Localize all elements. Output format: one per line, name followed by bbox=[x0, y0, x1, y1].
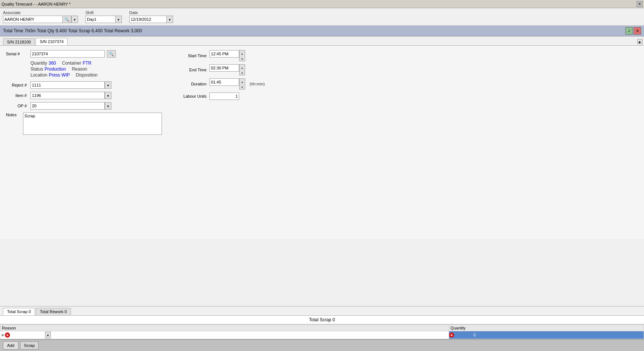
reject-input[interactable] bbox=[30, 81, 105, 89]
total-scrap-text: Total Scrap 0 bbox=[309, 317, 335, 322]
title-bar: Quality Timecard - - AARON HENRY * ✕ bbox=[0, 0, 644, 8]
reject-label: Reject # bbox=[6, 83, 28, 87]
reason-info: Reason bbox=[72, 66, 88, 72]
summary-text: Total Time 7h0m Total Qty 9,400 Total Sc… bbox=[3, 28, 142, 33]
shift-dropdown-button[interactable] bbox=[115, 16, 122, 23]
reason-cell: ✱ ● bbox=[0, 331, 449, 339]
form-right: Start Time End Time bbox=[177, 50, 288, 138]
shift-input[interactable] bbox=[85, 16, 115, 23]
quantity-cell: ● bbox=[449, 331, 644, 339]
notes-row: Notes bbox=[6, 113, 162, 135]
serial-row: Serial # 🔍 bbox=[6, 50, 162, 58]
title-bar-text: Quality Timecard - - AARON HENRY * bbox=[1, 2, 71, 6]
scrap-table-container: Reason Quantity ✱ ● bbox=[0, 324, 644, 339]
labour-label: Labour Units bbox=[177, 94, 206, 98]
start-time-input[interactable] bbox=[209, 50, 239, 58]
duration-spin[interactable] bbox=[239, 78, 245, 90]
qty-remove-button[interactable]: ● bbox=[449, 332, 454, 338]
shift-label: Shift bbox=[85, 10, 122, 15]
location-value: Press WIP bbox=[49, 72, 70, 78]
reason-inputs: ✱ ● bbox=[1, 332, 448, 338]
start-time-row: Start Time bbox=[177, 50, 288, 61]
end-time-input[interactable] bbox=[209, 64, 239, 72]
quantity-value: 360 bbox=[49, 61, 56, 66]
date-dropdown-button[interactable] bbox=[166, 16, 173, 23]
scrap-button[interactable]: Scrap bbox=[20, 341, 39, 350]
duration-unit-label: (hh:mm) bbox=[250, 82, 265, 86]
op-row: OP # bbox=[6, 102, 162, 110]
labour-input[interactable] bbox=[209, 92, 239, 100]
op-dropdown-button[interactable] bbox=[105, 102, 111, 110]
form-left: Serial # 🔍 Quantity 360 Container FTR bbox=[6, 50, 162, 138]
tab-sn-2118100[interactable]: S/N 2118100 bbox=[3, 38, 35, 45]
summary-bar: Total Time 7h0m Total Qty 9,400 Total Sc… bbox=[0, 26, 644, 36]
container-key: Container bbox=[62, 61, 81, 66]
reject-dropdown-button[interactable] bbox=[105, 81, 111, 89]
info-rows: Quantity 360 Container FTR Status Produc… bbox=[30, 61, 162, 78]
tabs-row: S/N 2118100 S/N 2107374 bbox=[0, 36, 644, 46]
item-row: Item # bbox=[6, 92, 162, 99]
info-row-3: Location Press WIP Disposition bbox=[30, 72, 162, 78]
remove-row-button[interactable]: ● bbox=[5, 332, 10, 338]
item-label: Item # bbox=[6, 93, 28, 98]
disposition-key: Disposition bbox=[76, 72, 98, 78]
op-input[interactable] bbox=[30, 102, 105, 110]
start-time-label: Start Time bbox=[177, 53, 206, 58]
serial-label: Serial # bbox=[6, 52, 28, 56]
shift-group: Shift bbox=[85, 10, 122, 23]
associate-label: Associate bbox=[3, 10, 78, 15]
info-row-2: Status Production Reason bbox=[30, 66, 162, 72]
location-info: Location Press WIP bbox=[30, 72, 70, 78]
end-time-label: End Time bbox=[177, 68, 206, 72]
main-content: Serial # 🔍 Quantity 360 Container FTR bbox=[0, 46, 644, 239]
cancel-x-button[interactable]: ✕ bbox=[634, 27, 641, 35]
scrap-table: Reason Quantity ✱ ● bbox=[0, 325, 644, 339]
bottom-section: Total Scrap 0 Total Rework 0 Total Scrap… bbox=[0, 306, 644, 351]
reject-row: Reject # bbox=[6, 81, 162, 89]
tab-scroll-button[interactable] bbox=[637, 39, 643, 44]
tab-sn-2107374[interactable]: S/N 2107374 bbox=[36, 38, 68, 45]
location-key: Location bbox=[30, 72, 47, 78]
notes-textarea[interactable] bbox=[23, 113, 162, 135]
close-button[interactable]: ✕ bbox=[637, 1, 643, 7]
op-label: OP # bbox=[6, 104, 28, 108]
total-scrap-bar: Total Scrap 0 bbox=[0, 316, 644, 324]
serial-input[interactable] bbox=[30, 50, 105, 58]
end-time-row: End Time bbox=[177, 64, 288, 75]
duration-label: Duration bbox=[177, 82, 206, 86]
duration-input[interactable] bbox=[209, 78, 239, 86]
notes-label: Notes bbox=[6, 113, 21, 135]
status-info: Status Production bbox=[30, 66, 66, 72]
container-info: Container FTR bbox=[62, 61, 91, 66]
reason-input[interactable] bbox=[11, 332, 44, 338]
qty-input[interactable] bbox=[454, 332, 477, 338]
add-button[interactable]: Add bbox=[3, 341, 19, 350]
tab-total-rework[interactable]: Total Rework 0 bbox=[36, 308, 71, 315]
container-value: FTR bbox=[83, 61, 91, 66]
reason-dropdown-button[interactable] bbox=[45, 332, 51, 338]
save-check-button[interactable]: ✓ bbox=[625, 27, 633, 35]
status-key: Status bbox=[30, 66, 43, 72]
status-value: Production bbox=[45, 66, 66, 72]
duration-row: Duration (hh:mm) bbox=[177, 78, 288, 90]
disposition-info: Disposition bbox=[76, 72, 99, 78]
item-input[interactable] bbox=[30, 92, 105, 99]
associate-group: Associate 🔍 bbox=[3, 10, 78, 23]
associate-input[interactable] bbox=[3, 16, 62, 23]
associate-search-button[interactable]: 🔍 bbox=[62, 16, 71, 23]
date-label: Date bbox=[129, 10, 173, 15]
associate-dropdown-button[interactable] bbox=[71, 16, 78, 23]
top-section: Associate 🔍 Shift Date bbox=[0, 8, 644, 26]
reason-key: Reason bbox=[72, 66, 87, 72]
footer-bar: Add Scrap bbox=[0, 339, 644, 351]
serial-search-button[interactable]: 🔍 bbox=[107, 50, 116, 58]
info-row-1: Quantity 360 Container FTR bbox=[30, 61, 162, 66]
end-time-spin[interactable] bbox=[239, 64, 245, 75]
quantity-info: Quantity 360 bbox=[30, 61, 56, 66]
start-time-spin[interactable] bbox=[239, 50, 245, 61]
date-group: Date bbox=[129, 10, 173, 23]
date-input[interactable] bbox=[129, 16, 166, 23]
tab-total-scrap[interactable]: Total Scrap 0 bbox=[3, 308, 35, 315]
labour-row: Labour Units bbox=[177, 92, 288, 100]
item-dropdown-button[interactable] bbox=[105, 92, 111, 99]
